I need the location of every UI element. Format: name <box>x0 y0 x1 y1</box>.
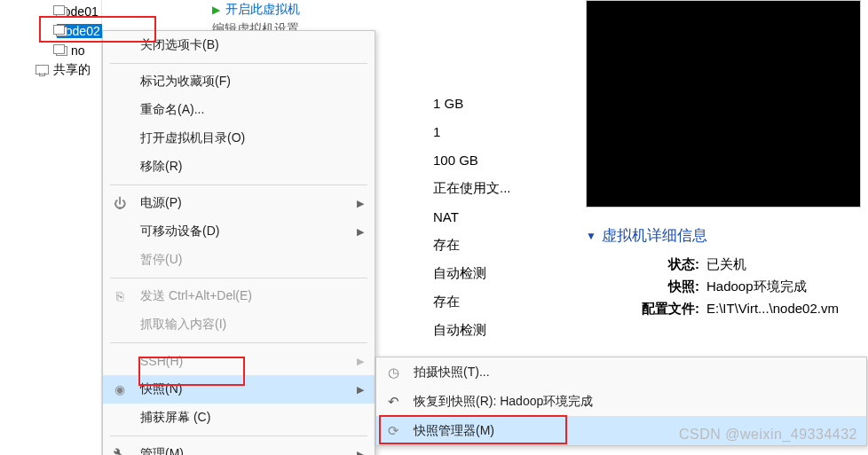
tree-item-partial[interactable]: no <box>0 41 101 60</box>
menu-rename[interactable]: 重命名(A)... <box>103 96 375 124</box>
spec-sound: 自动检测 <box>433 265 486 282</box>
menu-ssh: SSH(H)▶ <box>103 347 375 375</box>
submenu-snapshot-manager[interactable]: 快照管理器(M) <box>376 416 866 445</box>
spec-disk: 100 GB <box>433 153 478 168</box>
play-icon: ▶ <box>212 4 220 16</box>
collapse-icon: ▼ <box>586 230 596 242</box>
menu-separator <box>110 63 367 64</box>
menu-separator <box>110 184 367 185</box>
tree-item-node02[interactable]: node02 <box>0 21 101 41</box>
take-snapshot-icon <box>385 365 401 380</box>
menu-favorite[interactable]: 标记为收藏项(F) <box>103 67 375 96</box>
spec-usb: 存在 <box>433 237 460 254</box>
vm-icon <box>53 44 67 57</box>
detail-label: 快照: <box>586 278 699 295</box>
menu-separator <box>110 278 367 278</box>
shared-icon <box>36 64 50 76</box>
detail-value: E:\IT\Virt...\node02.vm <box>706 301 839 318</box>
submenu-take-snapshot[interactable]: 拍摄快照(T)... <box>376 357 866 387</box>
detail-value: 已关机 <box>706 256 746 273</box>
snapshot-submenu: 拍摄快照(T)... 恢复到快照(R): Hadoop环境完成 快照管理器(M) <box>375 357 867 446</box>
menu-separator <box>110 342 367 343</box>
spec-display: 自动检测 <box>433 322 486 339</box>
menu-separator <box>110 435 367 436</box>
submenu-arrow-icon: ▶ <box>357 356 364 367</box>
snapshot-manager-icon <box>385 423 401 439</box>
submenu-arrow-icon: ▶ <box>357 198 364 209</box>
submenu-arrow-icon: ▶ <box>357 449 364 456</box>
menu-send-cad: 发送 Ctrl+Alt+Del(E) <box>103 282 375 310</box>
menu-removable[interactable]: 可移动设备(D)▶ <box>103 217 375 246</box>
snapshot-icon <box>112 381 128 397</box>
spec-cpu: 1 <box>433 124 440 139</box>
tree-item-node01[interactable]: node01 <box>0 2 101 21</box>
menu-capture[interactable]: 捕获屏幕 (C) <box>103 404 375 432</box>
vm-specs-list: 1 GB 1 100 GB 正在使用文... NAT 存在 自动检测 存在 自动… <box>433 89 511 344</box>
send-keys-icon <box>112 288 128 304</box>
menu-open-dir[interactable]: 打开虚拟机目录(O) <box>103 124 375 153</box>
menu-grab-input: 抓取输入内容(I) <box>103 310 375 339</box>
power-icon <box>112 195 128 211</box>
menu-remove[interactable]: 移除(R) <box>103 153 375 181</box>
spec-cd: 正在使用文... <box>433 180 511 197</box>
menu-power[interactable]: 电源(P)▶ <box>103 189 375 217</box>
menu-manage[interactable]: 管理(M)▶ <box>103 440 375 455</box>
detail-row-snapshot: 快照: Hadoop环境完成 <box>586 278 868 295</box>
spec-net: NAT <box>433 209 459 224</box>
tree-item-label: 共享的 <box>53 62 91 78</box>
menu-snapshot[interactable]: 快照(N)▶ <box>103 375 375 404</box>
submenu-revert-snapshot[interactable]: 恢复到快照(R): Hadoop环境完成 <box>376 387 866 416</box>
tree-item-label: no <box>71 43 85 58</box>
submenu-arrow-icon: ▶ <box>357 384 364 396</box>
detail-value: Hadoop环境完成 <box>706 278 807 295</box>
spec-printer: 存在 <box>433 294 460 310</box>
revert-icon <box>385 394 401 410</box>
menu-pause: 暂停(U) <box>103 246 375 274</box>
vm-details-header[interactable]: ▼ 虚拟机详细信息 <box>586 225 868 246</box>
menu-close-tab[interactable]: 关闭选项卡(B) <box>103 31 375 59</box>
tree-item-shared[interactable]: 共享的 <box>0 60 101 80</box>
vm-thumbnail <box>586 0 861 208</box>
detail-label: 配置文件: <box>586 301 699 318</box>
wrench-icon <box>112 446 128 455</box>
detail-row-config: 配置文件: E:\IT\Virt...\node02.vm <box>586 301 868 318</box>
vm-preview-panel: ▼ 虚拟机详细信息 状态: 已关机 快照: Hadoop环境完成 配置文件: E… <box>586 0 868 323</box>
detail-row-state: 状态: 已关机 <box>586 256 868 273</box>
spec-memory: 1 GB <box>433 96 463 111</box>
vm-tree-sidebar: node01 node02 no 共享的 <box>0 0 102 455</box>
vm-context-menu: 关闭选项卡(B) 标记为收藏项(F) 重命名(A)... 打开虚拟机目录(O) … <box>102 30 375 455</box>
submenu-arrow-icon: ▶ <box>357 226 364 238</box>
detail-label: 状态: <box>586 256 699 273</box>
start-vm-label: 开启此虚拟机 <box>225 2 300 18</box>
